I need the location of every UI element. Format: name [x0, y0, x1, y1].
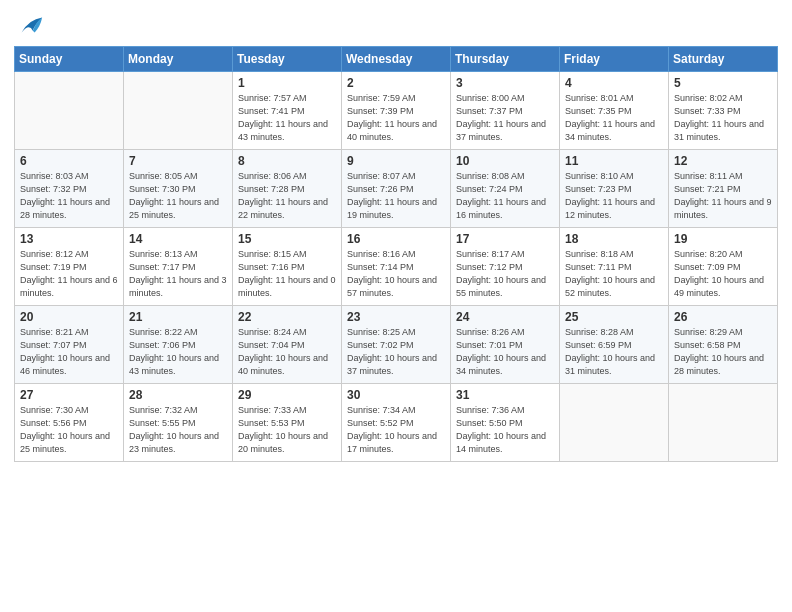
day-detail: Sunrise: 7:33 AM Sunset: 5:53 PM Dayligh… [238, 404, 336, 456]
day-number: 26 [674, 310, 772, 324]
day-detail: Sunrise: 8:01 AM Sunset: 7:35 PM Dayligh… [565, 92, 663, 144]
calendar-cell: 2Sunrise: 7:59 AM Sunset: 7:39 PM Daylig… [342, 72, 451, 150]
day-detail: Sunrise: 8:29 AM Sunset: 6:58 PM Dayligh… [674, 326, 772, 378]
day-detail: Sunrise: 8:20 AM Sunset: 7:09 PM Dayligh… [674, 248, 772, 300]
calendar-cell: 17Sunrise: 8:17 AM Sunset: 7:12 PM Dayli… [451, 228, 560, 306]
day-detail: Sunrise: 8:12 AM Sunset: 7:19 PM Dayligh… [20, 248, 118, 300]
day-number: 11 [565, 154, 663, 168]
header [14, 10, 778, 40]
day-number: 17 [456, 232, 554, 246]
day-number: 20 [20, 310, 118, 324]
day-number: 5 [674, 76, 772, 90]
day-detail: Sunrise: 8:08 AM Sunset: 7:24 PM Dayligh… [456, 170, 554, 222]
calendar-cell: 9Sunrise: 8:07 AM Sunset: 7:26 PM Daylig… [342, 150, 451, 228]
day-number: 23 [347, 310, 445, 324]
day-detail: Sunrise: 8:10 AM Sunset: 7:23 PM Dayligh… [565, 170, 663, 222]
calendar-cell: 20Sunrise: 8:21 AM Sunset: 7:07 PM Dayli… [15, 306, 124, 384]
calendar-cell: 28Sunrise: 7:32 AM Sunset: 5:55 PM Dayli… [124, 384, 233, 462]
day-detail: Sunrise: 8:03 AM Sunset: 7:32 PM Dayligh… [20, 170, 118, 222]
calendar-cell: 29Sunrise: 7:33 AM Sunset: 5:53 PM Dayli… [233, 384, 342, 462]
calendar-cell: 6Sunrise: 8:03 AM Sunset: 7:32 PM Daylig… [15, 150, 124, 228]
day-detail: Sunrise: 8:02 AM Sunset: 7:33 PM Dayligh… [674, 92, 772, 144]
day-header-wednesday: Wednesday [342, 47, 451, 72]
day-number: 16 [347, 232, 445, 246]
day-detail: Sunrise: 7:57 AM Sunset: 7:41 PM Dayligh… [238, 92, 336, 144]
calendar-cell: 10Sunrise: 8:08 AM Sunset: 7:24 PM Dayli… [451, 150, 560, 228]
calendar-cell: 18Sunrise: 8:18 AM Sunset: 7:11 PM Dayli… [560, 228, 669, 306]
day-number: 22 [238, 310, 336, 324]
logo [14, 14, 44, 40]
day-detail: Sunrise: 8:28 AM Sunset: 6:59 PM Dayligh… [565, 326, 663, 378]
day-number: 15 [238, 232, 336, 246]
calendar-cell: 26Sunrise: 8:29 AM Sunset: 6:58 PM Dayli… [669, 306, 778, 384]
day-number: 18 [565, 232, 663, 246]
day-number: 4 [565, 76, 663, 90]
logo-bird-icon [16, 12, 44, 40]
week-row-3: 13Sunrise: 8:12 AM Sunset: 7:19 PM Dayli… [15, 228, 778, 306]
calendar-cell: 27Sunrise: 7:30 AM Sunset: 5:56 PM Dayli… [15, 384, 124, 462]
calendar-cell: 8Sunrise: 8:06 AM Sunset: 7:28 PM Daylig… [233, 150, 342, 228]
calendar-cell [15, 72, 124, 150]
day-detail: Sunrise: 8:00 AM Sunset: 7:37 PM Dayligh… [456, 92, 554, 144]
day-detail: Sunrise: 8:21 AM Sunset: 7:07 PM Dayligh… [20, 326, 118, 378]
day-detail: Sunrise: 8:06 AM Sunset: 7:28 PM Dayligh… [238, 170, 336, 222]
calendar-cell [669, 384, 778, 462]
day-detail: Sunrise: 8:05 AM Sunset: 7:30 PM Dayligh… [129, 170, 227, 222]
week-row-1: 1Sunrise: 7:57 AM Sunset: 7:41 PM Daylig… [15, 72, 778, 150]
day-header-saturday: Saturday [669, 47, 778, 72]
day-number: 21 [129, 310, 227, 324]
calendar-cell: 31Sunrise: 7:36 AM Sunset: 5:50 PM Dayli… [451, 384, 560, 462]
calendar-cell: 21Sunrise: 8:22 AM Sunset: 7:06 PM Dayli… [124, 306, 233, 384]
day-number: 2 [347, 76, 445, 90]
calendar-cell: 1Sunrise: 7:57 AM Sunset: 7:41 PM Daylig… [233, 72, 342, 150]
calendar-cell: 5Sunrise: 8:02 AM Sunset: 7:33 PM Daylig… [669, 72, 778, 150]
day-number: 29 [238, 388, 336, 402]
day-number: 12 [674, 154, 772, 168]
day-detail: Sunrise: 8:17 AM Sunset: 7:12 PM Dayligh… [456, 248, 554, 300]
calendar-cell: 15Sunrise: 8:15 AM Sunset: 7:16 PM Dayli… [233, 228, 342, 306]
calendar-cell: 23Sunrise: 8:25 AM Sunset: 7:02 PM Dayli… [342, 306, 451, 384]
calendar-cell: 4Sunrise: 8:01 AM Sunset: 7:35 PM Daylig… [560, 72, 669, 150]
day-detail: Sunrise: 8:25 AM Sunset: 7:02 PM Dayligh… [347, 326, 445, 378]
week-row-5: 27Sunrise: 7:30 AM Sunset: 5:56 PM Dayli… [15, 384, 778, 462]
day-number: 8 [238, 154, 336, 168]
calendar-cell: 3Sunrise: 8:00 AM Sunset: 7:37 PM Daylig… [451, 72, 560, 150]
day-header-tuesday: Tuesday [233, 47, 342, 72]
calendar-cell: 22Sunrise: 8:24 AM Sunset: 7:04 PM Dayli… [233, 306, 342, 384]
header-row: SundayMondayTuesdayWednesdayThursdayFrid… [15, 47, 778, 72]
day-detail: Sunrise: 7:59 AM Sunset: 7:39 PM Dayligh… [347, 92, 445, 144]
day-detail: Sunrise: 8:24 AM Sunset: 7:04 PM Dayligh… [238, 326, 336, 378]
day-number: 3 [456, 76, 554, 90]
day-detail: Sunrise: 8:11 AM Sunset: 7:21 PM Dayligh… [674, 170, 772, 222]
calendar-cell [560, 384, 669, 462]
day-number: 31 [456, 388, 554, 402]
day-number: 19 [674, 232, 772, 246]
day-number: 28 [129, 388, 227, 402]
day-header-thursday: Thursday [451, 47, 560, 72]
calendar-cell: 24Sunrise: 8:26 AM Sunset: 7:01 PM Dayli… [451, 306, 560, 384]
day-number: 9 [347, 154, 445, 168]
day-detail: Sunrise: 7:36 AM Sunset: 5:50 PM Dayligh… [456, 404, 554, 456]
day-number: 14 [129, 232, 227, 246]
day-number: 25 [565, 310, 663, 324]
calendar-cell: 11Sunrise: 8:10 AM Sunset: 7:23 PM Dayli… [560, 150, 669, 228]
calendar-cell: 12Sunrise: 8:11 AM Sunset: 7:21 PM Dayli… [669, 150, 778, 228]
calendar-cell: 19Sunrise: 8:20 AM Sunset: 7:09 PM Dayli… [669, 228, 778, 306]
day-number: 6 [20, 154, 118, 168]
day-detail: Sunrise: 8:07 AM Sunset: 7:26 PM Dayligh… [347, 170, 445, 222]
day-header-monday: Monday [124, 47, 233, 72]
week-row-4: 20Sunrise: 8:21 AM Sunset: 7:07 PM Dayli… [15, 306, 778, 384]
calendar-cell: 30Sunrise: 7:34 AM Sunset: 5:52 PM Dayli… [342, 384, 451, 462]
day-number: 30 [347, 388, 445, 402]
calendar-cell: 7Sunrise: 8:05 AM Sunset: 7:30 PM Daylig… [124, 150, 233, 228]
day-number: 7 [129, 154, 227, 168]
day-detail: Sunrise: 8:18 AM Sunset: 7:11 PM Dayligh… [565, 248, 663, 300]
day-detail: Sunrise: 8:13 AM Sunset: 7:17 PM Dayligh… [129, 248, 227, 300]
day-number: 10 [456, 154, 554, 168]
calendar-cell: 14Sunrise: 8:13 AM Sunset: 7:17 PM Dayli… [124, 228, 233, 306]
day-detail: Sunrise: 8:26 AM Sunset: 7:01 PM Dayligh… [456, 326, 554, 378]
week-row-2: 6Sunrise: 8:03 AM Sunset: 7:32 PM Daylig… [15, 150, 778, 228]
day-detail: Sunrise: 7:30 AM Sunset: 5:56 PM Dayligh… [20, 404, 118, 456]
day-header-friday: Friday [560, 47, 669, 72]
calendar-cell: 13Sunrise: 8:12 AM Sunset: 7:19 PM Dayli… [15, 228, 124, 306]
